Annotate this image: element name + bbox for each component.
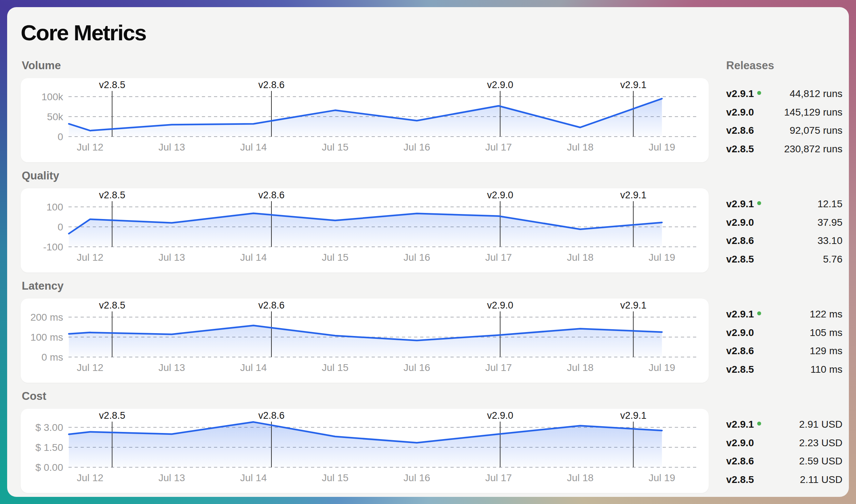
x-tick-label: Jul 13: [158, 362, 185, 373]
release-marker-label: v2.9.0: [487, 300, 514, 311]
y-tick-label: 100 ms: [30, 332, 63, 343]
release-row-latency-v2.9.1: v2.9.1122 ms: [726, 309, 842, 320]
x-tick-label: Jul 15: [322, 142, 348, 153]
release-marker-label: v2.9.1: [620, 190, 647, 200]
metric-area: [69, 99, 662, 137]
y-tick-label: 50k: [47, 111, 63, 122]
release-row-cost-v2.9.1: v2.9.12.91 USD: [726, 419, 842, 430]
release-marker-label: v2.8.6: [258, 300, 285, 311]
gradient-frame: Core Metrics Releases Volume100k50k0v2.8…: [0, 0, 856, 504]
release-row-latency-v2.9.0: v2.9.0105 ms: [726, 327, 842, 338]
release-row-volume-v2.9.1: v2.9.144,812 runs: [726, 88, 842, 100]
release-version: v2.8.5: [726, 364, 754, 375]
y-tick-label: 200 ms: [30, 312, 63, 323]
x-tick-label: Jul 19: [648, 472, 675, 483]
release-row-cost-v2.9.0: v2.9.02.23 USD: [726, 437, 842, 449]
release-stat: 230,872 runs: [784, 143, 842, 155]
release-version: v2.8.5: [726, 143, 754, 155]
release-row-volume-v2.8.6: v2.8.692,075 runs: [726, 125, 842, 136]
x-tick-label: Jul 18: [567, 472, 593, 483]
quality-chart-card: 1000-100v2.8.5v2.8.6v2.9.0v2.9.1Jul 12Ju…: [21, 188, 709, 273]
release-stat: 2.11 USD: [800, 474, 842, 485]
release-row-quality-v2.9.1: v2.9.112.15: [726, 198, 842, 210]
release-marker-label: v2.8.6: [258, 410, 285, 421]
release-version: v2.9.1: [726, 309, 761, 320]
release-version: v2.9.0: [726, 327, 754, 338]
current-release-dot: [757, 422, 761, 426]
y-tick-label: -100: [43, 241, 63, 253]
x-tick-label: Jul 17: [485, 362, 512, 373]
release-version: v2.8.6: [726, 235, 754, 246]
x-tick-label: Jul 16: [403, 362, 430, 373]
y-tick-label: $ 3.00: [35, 422, 63, 433]
x-tick-label: Jul 13: [158, 142, 185, 153]
current-release-dot: [757, 201, 761, 205]
y-tick-label: $ 0.00: [35, 462, 63, 473]
release-version: v2.9.1: [726, 88, 761, 100]
release-version: v2.9.0: [726, 217, 754, 228]
release-marker-label: v2.9.0: [487, 80, 514, 90]
release-version: v2.8.5: [726, 474, 754, 485]
x-tick-label: Jul 17: [485, 142, 512, 153]
release-version: v2.9.0: [726, 437, 754, 449]
release-stat: 145,129 runs: [784, 107, 842, 118]
metric-area: [69, 326, 662, 357]
release-stat: 44,812 runs: [790, 88, 842, 100]
releases-header: Releases: [726, 59, 774, 72]
release-row-cost-v2.8.6: v2.8.62.59 USD: [726, 455, 842, 467]
release-row-quality-v2.8.6: v2.8.633.10: [726, 235, 842, 246]
x-tick-label: Jul 18: [567, 252, 593, 263]
release-version: v2.9.1: [726, 419, 761, 430]
release-marker-label: v2.8.5: [99, 190, 126, 200]
x-tick-label: Jul 13: [158, 252, 185, 263]
x-tick-label: Jul 15: [322, 362, 348, 373]
current-release-dot: [757, 91, 761, 95]
release-row-volume-v2.8.5: v2.8.5230,872 runs: [726, 143, 842, 155]
release-marker-label: v2.9.1: [620, 300, 647, 311]
quality-chart: 1000-100v2.8.5v2.8.6v2.9.0v2.9.1Jul 12Ju…: [21, 188, 709, 273]
release-stat: 12.15: [817, 198, 842, 210]
x-tick-label: Jul 12: [77, 472, 103, 483]
release-marker-label: v2.9.0: [487, 410, 514, 421]
y-tick-label: 100k: [41, 91, 63, 102]
release-version: v2.9.0: [726, 107, 754, 118]
release-stat: 2.23 USD: [799, 437, 842, 449]
x-tick-label: Jul 18: [567, 142, 593, 153]
page-title: Core Metrics: [21, 20, 146, 45]
x-tick-label: Jul 12: [77, 142, 103, 153]
x-tick-label: Jul 12: [77, 362, 103, 373]
release-version: v2.8.6: [726, 345, 754, 357]
section-label-volume: Volume: [22, 59, 61, 72]
x-tick-label: Jul 12: [77, 252, 103, 263]
release-marker-label: v2.9.0: [487, 190, 514, 200]
x-tick-label: Jul 17: [485, 472, 512, 483]
release-stat: 5.76: [823, 254, 843, 265]
release-row-volume-v2.9.0: v2.9.0145,129 runs: [726, 107, 842, 118]
release-row-latency-v2.8.6: v2.8.6129 ms: [726, 345, 842, 357]
x-tick-label: Jul 13: [158, 472, 185, 483]
x-tick-label: Jul 14: [240, 142, 267, 153]
release-stat: 92,075 runs: [790, 125, 842, 136]
x-tick-label: Jul 19: [648, 252, 675, 263]
y-tick-label: 0: [57, 222, 63, 233]
section-label-latency: Latency: [22, 280, 63, 292]
x-tick-label: Jul 16: [403, 142, 430, 153]
x-tick-label: Jul 14: [240, 252, 267, 263]
x-tick-label: Jul 19: [648, 142, 675, 153]
release-stat: 129 ms: [810, 345, 842, 357]
x-tick-label: Jul 16: [403, 472, 430, 483]
y-tick-label: 0 ms: [41, 352, 63, 363]
latency-chart: 200 ms100 ms0 msv2.8.5v2.8.6v2.9.0v2.9.1…: [21, 299, 709, 383]
volume-chart: 100k50k0v2.8.5v2.8.6v2.9.0v2.9.1Jul 12Ju…: [21, 78, 709, 162]
section-label-cost: Cost: [22, 390, 46, 403]
release-stat: 37.95: [817, 217, 842, 228]
y-tick-label: $ 1.50: [35, 442, 63, 453]
release-marker-label: v2.8.5: [99, 410, 126, 421]
latency-chart-card: 200 ms100 ms0 msv2.8.5v2.8.6v2.9.0v2.9.1…: [21, 299, 709, 383]
release-stat: 33.10: [817, 235, 842, 246]
current-release-dot: [757, 311, 761, 315]
release-marker-label: v2.8.5: [99, 300, 126, 311]
x-tick-label: Jul 19: [648, 362, 675, 373]
release-stat: 105 ms: [810, 327, 842, 338]
x-tick-label: Jul 14: [240, 362, 267, 373]
